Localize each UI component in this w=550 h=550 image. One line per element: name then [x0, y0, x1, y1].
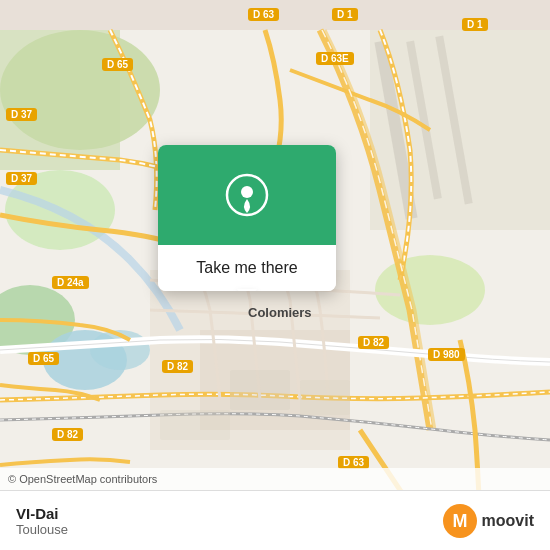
road-label-d1-right: D 1 [462, 18, 488, 31]
moovit-icon: M [442, 503, 478, 539]
road-label-d63-top: D 63 [248, 8, 279, 21]
road-label-d24a: D 24a [52, 276, 89, 289]
road-label-d1-top: D 1 [332, 8, 358, 21]
popup-header [158, 145, 336, 245]
moovit-text: moovit [482, 512, 534, 530]
svg-rect-14 [230, 370, 290, 410]
road-label-d37-bot: D 37 [6, 172, 37, 185]
location-info: VI-Dai Toulouse [16, 505, 68, 537]
location-name: VI-Dai [16, 505, 68, 522]
take-me-there-button[interactable]: Take me there [158, 245, 336, 291]
svg-rect-15 [300, 380, 350, 415]
location-city: Toulouse [16, 522, 68, 537]
pin-icon [225, 173, 269, 217]
svg-point-18 [241, 186, 253, 198]
bottom-bar: VI-Dai Toulouse M moovit [0, 490, 550, 550]
map-container: Colomiers D 1 D 63 D 65 D 37 D 37 D 63E … [0, 0, 550, 550]
popup-card: Take me there [158, 145, 336, 291]
svg-point-11 [375, 255, 485, 325]
moovit-logo: M moovit [442, 503, 534, 539]
road-label-d82-mid: D 82 [162, 360, 193, 373]
svg-rect-16 [160, 410, 230, 440]
road-label-d82-bot: D 82 [52, 428, 83, 441]
road-label-d980: D 980 [428, 348, 465, 361]
popup-pointer [237, 289, 257, 291]
svg-text:M: M [452, 511, 467, 531]
road-label-d63e: D 63E [316, 52, 354, 65]
city-label: Colomiers [248, 305, 312, 320]
road-label-d65-left: D 65 [102, 58, 133, 71]
road-label-d65-bot: D 65 [28, 352, 59, 365]
road-label-d37-top: D 37 [6, 108, 37, 121]
copyright-bar: © OpenStreetMap contributors [0, 468, 550, 490]
copyright-text: © OpenStreetMap contributors [8, 473, 157, 485]
road-label-d82-right: D 82 [358, 336, 389, 349]
